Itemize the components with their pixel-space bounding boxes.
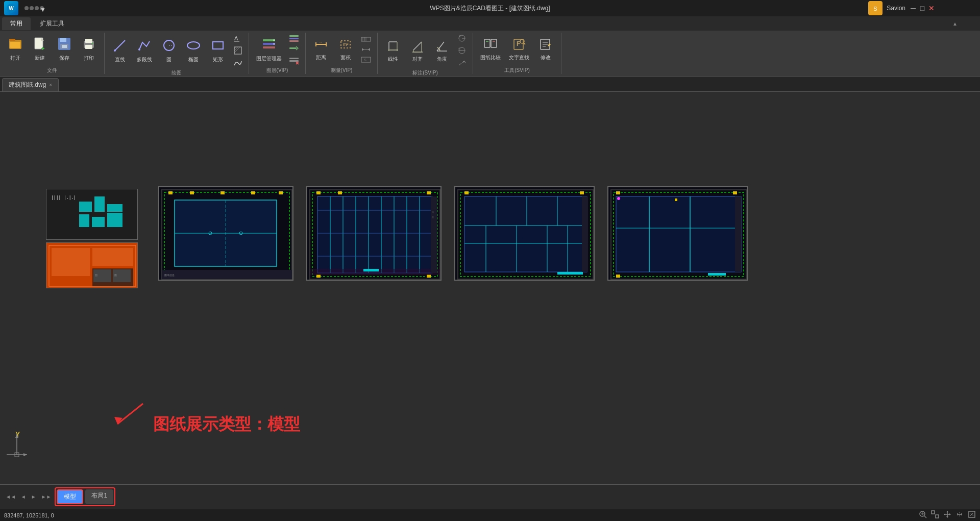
nav-prev-btn[interactable]: ◄ (19, 493, 28, 501)
user-area: S Savion ─ □ ✕ (868, 1, 935, 15)
area-button[interactable]: m² 面积 (334, 35, 357, 63)
ribbon-collapse-btn[interactable]: ▲ (952, 21, 958, 27)
user-avatar[interactable]: S (868, 1, 883, 15)
svg-rect-126 (338, 191, 342, 194)
polyline-icon (137, 38, 152, 55)
nav-next-btn[interactable]: ► (30, 493, 38, 501)
svg-rect-149 (464, 191, 469, 194)
canvas-area[interactable]: |||| |.|.| 图 图 (0, 92, 980, 484)
rect-button[interactable]: 矩形 (207, 36, 229, 65)
leader-btn[interactable] (455, 57, 469, 68)
dropdown-btn[interactable]: ▼ (40, 6, 44, 10)
measure-btn1[interactable] (359, 35, 373, 44)
svg-rect-187 (932, 511, 935, 514)
measure-btn2[interactable] (359, 45, 373, 54)
find-text-label: 文字查找 (509, 54, 529, 61)
layer-btn1[interactable] (287, 33, 301, 43)
circle-button[interactable]: 圆 (158, 36, 180, 65)
measure-btn3[interactable]: S (359, 55, 373, 64)
layer-btn2[interactable] (287, 44, 301, 55)
layout1-tab[interactable]: 布局1 (85, 489, 113, 504)
svg-line-30 (234, 47, 238, 51)
maximize-btn[interactable]: □ (919, 5, 926, 12)
align-button[interactable]: 对齐 (406, 37, 429, 65)
status-tools (919, 510, 976, 520)
svg-rect-130 (317, 196, 432, 273)
angle-icon (435, 39, 449, 54)
svg-rect-125 (316, 191, 321, 194)
user-name: Savion (887, 5, 905, 12)
svg-rect-37 (289, 35, 299, 37)
fit-tool[interactable] (968, 510, 976, 520)
quick-access-btn3[interactable] (35, 6, 39, 10)
model-tab[interactable]: 模型 (57, 489, 83, 504)
quick-access-btn2[interactable] (30, 6, 34, 10)
svg-rect-115 (279, 191, 283, 194)
svg-text:图: 图 (95, 274, 97, 277)
ellipse-button[interactable]: 椭圆 (182, 36, 205, 65)
window-controls[interactable]: ─ □ ✕ (910, 5, 935, 12)
polyline-button[interactable]: 多段线 (133, 36, 156, 65)
svg-rect-151 (464, 196, 587, 272)
svg-text:F: F (517, 40, 520, 47)
text-btn[interactable]: A (231, 33, 244, 44)
svg-rect-12 (60, 38, 66, 42)
window-tool[interactable] (931, 510, 939, 520)
pan-tool[interactable] (943, 510, 951, 520)
doc-tab-close[interactable]: × (49, 82, 52, 88)
align-icon (410, 39, 425, 54)
radius-btn[interactable]: R (455, 33, 469, 44)
ribbon-group-annot: 线性 对齐 (378, 33, 473, 74)
stretch-tool[interactable] (955, 510, 964, 520)
line-button[interactable]: 直线 (109, 36, 131, 65)
close-btn[interactable]: ✕ (928, 5, 935, 12)
svg-rect-6 (10, 42, 20, 48)
hatch-btn[interactable] (231, 45, 244, 56)
svg-rect-146 (363, 269, 379, 271)
svg-point-172 (617, 197, 620, 200)
svg-rect-97 (79, 214, 89, 227)
zoom-tool[interactable] (919, 510, 927, 520)
quick-access-btn[interactable] (24, 6, 29, 10)
layer-btn3[interactable] (287, 56, 301, 66)
circle-label: 圆 (166, 56, 172, 63)
svg-text:S: S (874, 6, 877, 12)
save-button[interactable]: 保存 (53, 35, 76, 64)
svg-line-70 (437, 42, 444, 51)
nav-first-btn[interactable]: ◄◄ (4, 493, 17, 501)
svg-rect-121 (162, 270, 292, 279)
distance-button[interactable]: ↔ 距离 (310, 35, 332, 63)
svg-rect-39 (289, 40, 299, 42)
svg-rect-95 (94, 196, 105, 212)
linear-dim-label: 线性 (388, 56, 398, 63)
menu-tab-common[interactable]: 常用 (2, 17, 31, 30)
svg-rect-127 (427, 191, 431, 194)
menu-tab-extend[interactable]: 扩展工具 (32, 17, 72, 30)
nav-last-btn[interactable]: ►► (40, 493, 53, 501)
minimize-btn[interactable]: ─ (910, 5, 917, 12)
diameter-btn[interactable]: ∅ (455, 45, 469, 56)
compare-button[interactable]: 图纸比较 (477, 35, 504, 63)
modify-button[interactable]: 修改 (534, 35, 557, 63)
blueprint-thumb-text: |||| |.|.| (46, 189, 138, 240)
extra-draw-btns: A (231, 33, 244, 68)
open-button[interactable]: 打开 (4, 35, 27, 64)
layer-manager-label: 图层管理器 (256, 55, 282, 62)
axis-cross (4, 432, 30, 459)
print-button[interactable]: 打印 (78, 35, 100, 64)
svg-rect-150 (580, 191, 584, 194)
modify-label: 修改 (541, 54, 551, 61)
svg-marker-194 (949, 513, 951, 515)
doc-tab-0[interactable]: 建筑图纸.dwg × (2, 78, 59, 91)
spline-btn[interactable] (231, 57, 244, 68)
linear-dim-button[interactable]: 线性 (382, 37, 404, 65)
angle-button[interactable]: 角度 (431, 37, 453, 65)
new-button[interactable]: 新建 (29, 35, 51, 64)
find-text-button[interactable]: F 文字查找 (506, 35, 532, 63)
layer-manager-button[interactable]: 图层管理器 (253, 34, 285, 64)
polyline-label: 多段线 (137, 56, 152, 63)
svg-line-65 (413, 42, 422, 50)
ribbon: 打开 新建 (0, 31, 980, 77)
annotation-display-text: 图纸展示类型：模型 (153, 413, 300, 436)
svg-text:S: S (364, 58, 366, 62)
